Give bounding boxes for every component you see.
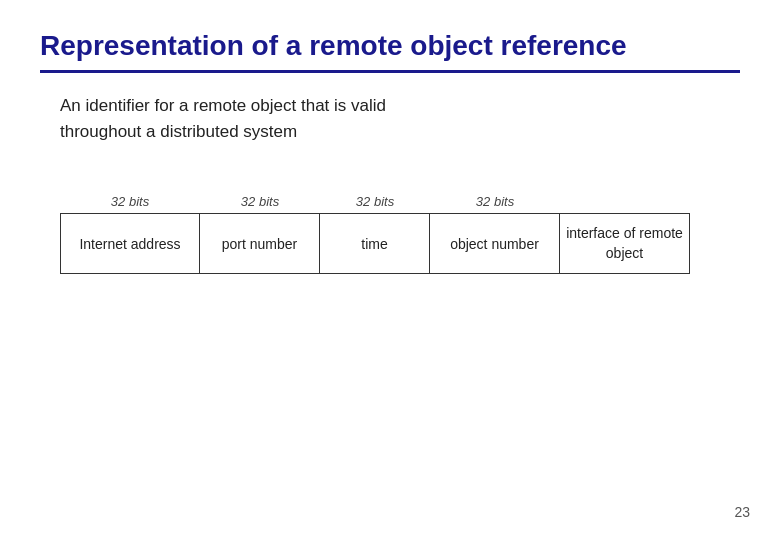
bits-label-time: 32 bits: [320, 194, 430, 209]
bits-label-object-number: 32 bits: [430, 194, 560, 209]
subtitle-line1: An identifier for a remote object that i…: [60, 96, 386, 115]
bits-label-internet: 32 bits: [60, 194, 200, 209]
bits-label-spacer: [560, 194, 690, 209]
cells-row: Internet address port number time object…: [60, 213, 740, 274]
cell-port-number: port number: [200, 213, 320, 274]
cell-interface: interface of remote object: [560, 213, 690, 274]
diagram: 32 bits 32 bits 32 bits 32 bits Internet…: [60, 194, 740, 274]
slide-subtitle: An identifier for a remote object that i…: [60, 93, 740, 144]
page-number: 23: [734, 504, 750, 520]
cell-object-number: object number: [430, 213, 560, 274]
cell-time: time: [320, 213, 430, 274]
title-underline: [40, 70, 740, 73]
slide: Representation of a remote object refere…: [0, 0, 780, 540]
bits-labels-row: 32 bits 32 bits 32 bits 32 bits: [60, 194, 740, 209]
cell-internet-address: Internet address: [60, 213, 200, 274]
subtitle-line2: throughout a distributed system: [60, 122, 297, 141]
bits-label-port: 32 bits: [200, 194, 320, 209]
slide-title: Representation of a remote object refere…: [40, 30, 740, 62]
